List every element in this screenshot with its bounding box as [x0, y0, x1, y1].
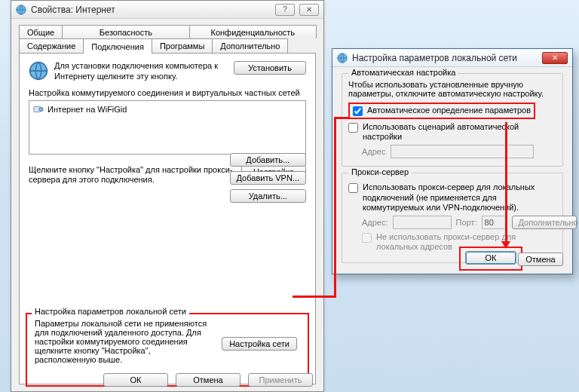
lan-heading: Настройка параметров локальной сети [32, 307, 189, 316]
remove-button[interactable]: Удалить... [230, 189, 306, 203]
auto-detect-checkbox[interactable] [353, 106, 363, 116]
svg-point-3 [39, 107, 43, 111]
lan-settings-button[interactable]: Настройка сети [222, 337, 297, 351]
globe-large-icon [29, 61, 48, 81]
proxy-legend: Прокси-сервер [348, 167, 412, 176]
script-address-label: Адрес [362, 147, 386, 156]
connection-icon [33, 104, 44, 115]
tab-connections[interactable]: Подключения [83, 38, 152, 54]
annotation-arrowhead [501, 241, 510, 249]
list-item[interactable]: Интернет на WiFiGid [33, 103, 302, 115]
connection-name: Интернет на WiFiGid [47, 105, 127, 114]
dialog-title: Свойства: Интернет [31, 5, 271, 15]
lan-settings-dialog: Настройка параметров локальной сети ✕ Ав… [332, 48, 573, 274]
annotation-arrow [505, 122, 507, 241]
globe-icon [16, 5, 26, 15]
auto-note: Чтобы использовать установленные вручную… [348, 80, 556, 98]
tab-programs[interactable]: Программы [152, 38, 213, 53]
apply-button[interactable]: Применить [248, 373, 313, 387]
globe-icon [337, 53, 348, 63]
setup-button[interactable]: Установить [234, 61, 306, 75]
proxy-group: Прокси-сервер Использовать прокси-сервер… [342, 173, 563, 263]
connections-listbox[interactable]: Интернет на WiFiGid [29, 100, 306, 155]
proxy-advanced-button[interactable]: Дополнительно [512, 216, 577, 229]
help-button[interactable]: ? [275, 4, 295, 16]
ok-highlight: ОК [459, 247, 522, 271]
ok-button[interactable]: ОК [103, 373, 168, 387]
add-button[interactable]: Добавить... [230, 153, 306, 167]
dialup-label: Настройка коммутируемого соединения и ви… [29, 88, 306, 97]
internet-options-dialog: Свойства: Интернет ? ✕ Общие Безопасност… [11, 0, 324, 392]
cancel-button[interactable]: Отмена [176, 373, 240, 387]
settings-hint: Щелкните кнопку "Настройка" для настройк… [29, 165, 235, 186]
auto-detect-label: Автоматическое определение параметров [367, 106, 531, 115]
use-proxy-checkbox[interactable] [348, 183, 358, 193]
tab-general[interactable]: Общие [19, 25, 63, 38]
use-script-label: Использовать сценарий автоматической нас… [363, 122, 556, 142]
annotation-line [334, 117, 349, 119]
connections-panel: Для установки подключения компьютера к И… [19, 53, 316, 384]
titlebar[interactable]: Свойства: Интернет ? ✕ [11, 1, 323, 19]
use-script-checkbox[interactable] [348, 123, 358, 133]
proxy-address-label: Адрес: [362, 218, 388, 227]
tab-security[interactable]: Безопасность [62, 25, 189, 38]
lan-cancel-button[interactable]: Отмена [518, 253, 563, 266]
tab-content[interactable]: Содержание [19, 38, 84, 53]
auto-detect-highlight: Автоматическое определение параметров [348, 103, 535, 119]
use-proxy-label: Использовать прокси-сервер для локальных… [363, 182, 556, 213]
proxy-port-label: Порт: [456, 218, 477, 227]
proxy-port-input[interactable] [482, 216, 507, 229]
bypass-local-checkbox[interactable] [362, 233, 372, 243]
lan-close-button[interactable]: ✕ [542, 52, 568, 64]
proxy-address-input[interactable] [393, 216, 452, 229]
annotation-line [334, 117, 336, 298]
lan-text: Параметры локальной сети не применяются … [35, 319, 208, 364]
lan-title: Настройка параметров локальной сети [352, 53, 538, 63]
auto-legend: Автоматическая настройка [348, 68, 458, 77]
script-address-input[interactable] [391, 145, 534, 158]
tab-privacy[interactable]: Конфиденциальность [189, 25, 317, 38]
annotation-line [293, 296, 336, 298]
close-button[interactable]: ✕ [299, 4, 319, 16]
auto-config-group: Автоматическая настройка Чтобы использов… [342, 73, 563, 167]
lan-titlebar[interactable]: Настройка параметров локальной сети ✕ [332, 49, 572, 67]
lan-ok-button[interactable]: ОК [465, 251, 516, 265]
setup-text: Для установки подключения компьютера к И… [54, 61, 228, 82]
tab-advanced[interactable]: Дополнительно [212, 38, 288, 53]
add-vpn-button[interactable]: Добавить VPN... [230, 171, 306, 185]
